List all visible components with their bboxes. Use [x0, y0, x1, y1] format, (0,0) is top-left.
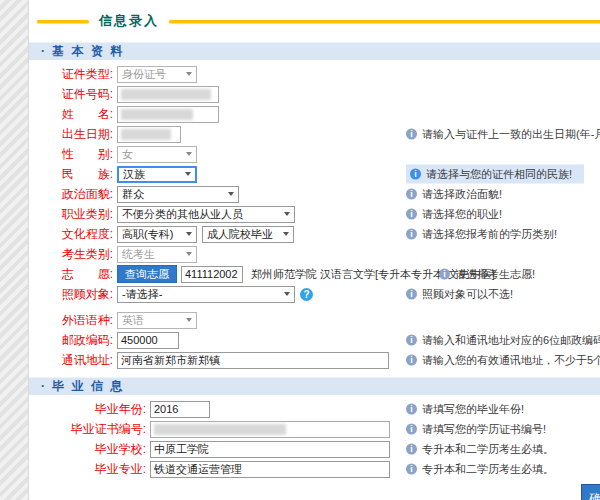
decorative-line [169, 20, 600, 23]
row-postal-code: 邮政编码: i请输入和通讯地址对应的6位邮政编码。 [29, 331, 600, 349]
info-icon: i [406, 404, 417, 415]
page-header: 信息录入 [29, 0, 600, 31]
name-input[interactable] [117, 106, 219, 123]
preference-code-input[interactable] [181, 266, 243, 283]
row-occupation: 职业类别: 不便分类的其他从业人员 i请选择您的职业! [29, 205, 600, 223]
row-care-target: 照顾对象: -请选择- ? i照顾对象可以不选! [29, 285, 600, 303]
dropdown-arrow-icon [186, 72, 192, 76]
care-target-label: 照顾对象: [29, 286, 113, 303]
redacted-value [154, 424, 286, 435]
info-icon: i [406, 129, 417, 140]
diploma-number-input[interactable] [150, 421, 390, 438]
birth-date-label: 出生日期: [29, 126, 113, 143]
info-icon: i [406, 209, 417, 220]
grad-school-hint: i专升本和二学历考生必填。 [406, 442, 554, 457]
dropdown-arrow-icon [284, 292, 290, 296]
grad-school-label: 毕业学校: [29, 441, 146, 458]
foreign-language-select[interactable]: 英语 [117, 312, 197, 329]
name-label: 姓 名: [29, 106, 113, 123]
occupation-select[interactable]: 不便分类的其他从业人员 [117, 206, 295, 223]
diploma-number-hint: i请填写您的学历证书编号! [406, 422, 546, 437]
occupation-label: 职业类别: [29, 206, 113, 223]
info-icon: i [406, 335, 417, 346]
row-candidate-type: 考生类别: 统考生 [29, 245, 600, 263]
row-address: 通讯地址: i请输入您的有效通讯地址，不少于5个汉字。 [29, 351, 600, 369]
education-level-hint: i请选择您报考前的学历类别! [406, 227, 557, 242]
political-status-select[interactable]: 群众 [117, 186, 239, 203]
row-id-type: 证件类型: 身份证号 [29, 65, 600, 83]
redacted-value [121, 109, 193, 120]
address-label: 通讯地址: [29, 352, 113, 369]
section-header-basic-info: · 基 本 资 料 [29, 42, 600, 60]
info-icon: i [410, 169, 421, 180]
info-icon: i [406, 424, 417, 435]
row-diploma-number: 毕业证书编号: i请填写您的学历证书编号! [29, 420, 600, 438]
gender-label: 性 别: [29, 146, 113, 163]
grad-school-input[interactable] [150, 441, 390, 458]
candidate-type-select[interactable]: 统考生 [117, 246, 197, 263]
info-icon: i [406, 189, 417, 200]
occupation-hint: i请选择您的职业! [406, 207, 502, 222]
postal-code-hint: i请输入和通讯地址对应的6位邮政编码。 [406, 333, 600, 348]
dropdown-arrow-icon [283, 232, 289, 236]
info-icon: i [406, 355, 417, 366]
ethnicity-select[interactable]: 汉族 [117, 166, 197, 183]
dropdown-arrow-icon [185, 172, 191, 176]
id-type-label: 证件类型: [29, 66, 113, 83]
info-icon: i [406, 464, 417, 475]
care-target-hint: i照顾对象可以不选! [406, 287, 513, 302]
preference-hint: i请选择考生志愿! [439, 267, 535, 282]
help-icon[interactable]: ? [300, 288, 313, 301]
row-grad-school: 毕业学校: i专升本和二学历考生必填。 [29, 440, 600, 458]
info-icon: i [439, 269, 450, 280]
dropdown-arrow-icon [284, 212, 290, 216]
row-grad-year: 毕业年份: i请填写您的毕业年份! [29, 400, 600, 418]
candidate-type-label: 考生类别: [29, 246, 113, 263]
grad-major-hint: i专升本和二学历考生必填。 [406, 462, 554, 477]
row-political-status: 政治面貌: 群众 i请选择政治面貌! [29, 185, 600, 203]
birth-date-hint: i请输入与证件上一致的出生日期(年-月-日)! [406, 127, 600, 142]
dropdown-arrow-icon [186, 318, 192, 322]
address-input[interactable] [117, 352, 389, 369]
info-icon: i [406, 229, 417, 240]
row-birth-date: 出生日期: i请输入与证件上一致的出生日期(年-月-日)! [29, 125, 600, 143]
confirm-button[interactable]: 确定 [581, 484, 600, 500]
query-preference-button[interactable]: 查询志愿 [117, 265, 177, 283]
care-target-select[interactable]: -请选择- [117, 286, 295, 303]
postal-code-label: 邮政编码: [29, 332, 113, 349]
row-preference: 志 愿: 查询志愿 郑州师范学院 汉语言文学[专升本专升本-文史中医] i请选择… [29, 265, 600, 283]
postal-code-input[interactable] [117, 332, 179, 349]
grad-major-input[interactable] [150, 461, 390, 478]
ethnicity-label: 民 族: [29, 166, 113, 183]
grad-year-input[interactable] [150, 401, 210, 418]
row-gender: 性 别: 女 [29, 145, 600, 163]
grad-major-label: 毕业专业: [29, 461, 146, 478]
row-grad-major: 毕业专业: i专升本和二学历考生必填。 [29, 460, 600, 478]
education-level-label: 文化程度: [29, 226, 113, 243]
gender-select[interactable]: 女 [117, 146, 197, 163]
birth-date-input[interactable] [117, 126, 181, 143]
row-name: 姓 名: [29, 105, 600, 123]
ethnicity-hint: i请选择与您的证件相同的民族! [406, 165, 584, 184]
education-type-select[interactable]: 成人院校毕业 [202, 226, 294, 243]
row-ethnicity: 民 族: 汉族 i请选择与您的证件相同的民族! [29, 165, 600, 183]
education-level-select[interactable]: 高职(专科) [117, 226, 197, 243]
political-status-hint: i请选择政治面貌! [406, 187, 502, 202]
info-icon: i [406, 289, 417, 300]
diploma-number-label: 毕业证书编号: [29, 421, 146, 438]
preference-label: 志 愿: [29, 266, 113, 283]
dropdown-arrow-icon [186, 252, 192, 256]
decorative-line [37, 20, 89, 23]
section-header-graduation-info: · 毕 业 信 息 [29, 377, 600, 395]
page-title: 信息录入 [99, 12, 159, 30]
grad-year-hint: i请填写您的毕业年份! [406, 402, 524, 417]
political-status-label: 政治面貌: [29, 186, 113, 203]
id-number-input[interactable] [117, 86, 219, 103]
id-type-select[interactable]: 身份证号 [117, 66, 197, 83]
dropdown-arrow-icon [186, 152, 192, 156]
dropdown-arrow-icon [228, 192, 234, 196]
info-icon: i [406, 444, 417, 455]
row-foreign-language: 外语语种: 英语 [29, 311, 600, 329]
grad-year-label: 毕业年份: [29, 401, 146, 418]
id-number-label: 证件号码: [29, 86, 113, 103]
